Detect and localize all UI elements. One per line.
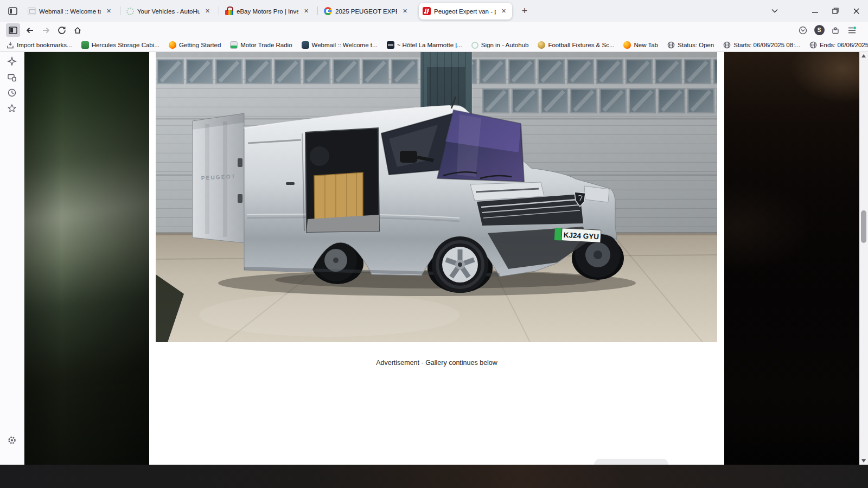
scroll-down-arrow[interactable] <box>861 459 866 463</box>
bookmark-football-fixtures[interactable]: Football Fixtures & Sc... <box>538 41 614 49</box>
firefox-icon <box>169 41 176 49</box>
sidebar-settings-button[interactable] <box>4 432 20 448</box>
license-plate: KJ24 GYU <box>554 228 601 242</box>
gear-icon <box>7 435 17 445</box>
reload-icon <box>58 26 66 35</box>
back-arrow-icon <box>25 26 34 35</box>
sidebar-bookmarks-button[interactable] <box>4 100 20 117</box>
restore-icon <box>832 8 839 14</box>
plywood-lining <box>314 172 363 220</box>
open-rear-door: PEUGEOT <box>193 113 244 243</box>
tab-google-search[interactable]: 2025 PEUGEOT EXPERT DIESEL - × <box>320 3 413 20</box>
tab-close-icon[interactable]: × <box>499 7 508 16</box>
webmail-gem-icon <box>302 41 309 49</box>
tab-separator <box>120 7 120 15</box>
tab-ebay[interactable]: eBay Motors Pro | Inventory × <box>221 3 315 20</box>
spinner-favicon <box>126 8 134 15</box>
circle-icon <box>471 42 478 49</box>
bookmark-import[interactable]: Import bookmarks... <box>7 41 72 49</box>
partial-gallery-button[interactable] <box>594 459 668 465</box>
import-icon <box>7 41 14 49</box>
article-column: PEUGEOT <box>149 52 724 465</box>
tab-close-icon[interactable]: × <box>104 7 113 16</box>
globe-icon <box>809 41 817 49</box>
pocket-icon <box>799 26 807 35</box>
sparkle-icon <box>7 56 17 66</box>
new-tab-button[interactable]: + <box>518 4 532 18</box>
synced-tabs-icon <box>7 73 17 82</box>
bookmark-new-tab[interactable]: New Tab <box>623 41 658 49</box>
firefox-view-button[interactable] <box>5 4 20 18</box>
tab-close-icon[interactable]: × <box>400 7 410 16</box>
tab-autoexpress-active[interactable]: Peugeot Expert van - pictures | × <box>419 3 512 20</box>
bookmark-hotel-la-marmotte[interactable]: ~ Hôtel La Marmotte |... <box>387 41 462 49</box>
bookmark-autohub-signin[interactable]: Sign in - Autohub <box>471 42 529 49</box>
restore-button[interactable] <box>826 3 845 19</box>
back-button[interactable] <box>23 23 37 37</box>
gallery-background-right <box>724 52 859 465</box>
account-button[interactable]: S <box>812 23 826 37</box>
globe-icon <box>667 41 675 49</box>
reload-button[interactable] <box>55 23 69 37</box>
history-clock-icon <box>7 88 17 98</box>
van-photo: PEUGEOT <box>156 52 717 342</box>
home-icon <box>73 26 82 35</box>
bookmark-status-open[interactable]: Status: Open <box>667 41 714 49</box>
front-wheel <box>432 236 488 293</box>
firefox-icon <box>623 41 631 49</box>
bookmark-ends[interactable]: Ends: 06/06/2025 15:00 <box>809 41 868 49</box>
menu-notification-dot <box>853 26 857 30</box>
account-avatar: S <box>814 25 825 35</box>
scrollbar-thumb[interactable] <box>861 210 866 243</box>
list-all-tabs-button[interactable] <box>765 3 784 19</box>
bookmark-motor-trade-radio[interactable]: Motor Trade Radio <box>230 41 292 49</box>
tab-close-icon[interactable]: × <box>203 7 212 16</box>
firefox-view-icon <box>8 7 17 15</box>
open-cargo-doorway <box>305 128 379 232</box>
tab-separator <box>317 7 318 15</box>
forward-arrow-icon <box>42 26 50 35</box>
tab-webmail[interactable]: Webmail :: Welcome to Webma × <box>24 3 117 20</box>
home-button[interactable] <box>71 23 85 37</box>
gallery-background-left <box>24 52 149 465</box>
sidebar-synced-tabs-button[interactable] <box>4 69 20 86</box>
tab-close-icon[interactable]: × <box>302 7 311 16</box>
sidebar-toggle-button[interactable] <box>6 23 20 37</box>
autoexpress-favicon <box>423 7 431 15</box>
google-favicon <box>324 7 332 15</box>
hotel-icon <box>387 41 394 49</box>
desktop-screen: Webmail :: Welcome to Webma × Your Vehic… <box>0 0 868 488</box>
minimize-icon <box>812 8 818 14</box>
bookmark-getting-started[interactable]: Getting Started <box>169 41 221 49</box>
close-icon <box>853 8 859 14</box>
webmail-favicon <box>28 7 36 15</box>
bookmark-starts[interactable]: Starts: 06/06/2025 08:... <box>723 41 800 49</box>
bookmark-webmail[interactable]: Webmail :: Welcome t... <box>302 41 378 49</box>
puzzle-icon <box>831 26 840 35</box>
app-menu-button[interactable] <box>845 23 859 37</box>
tab-separator <box>219 7 219 15</box>
chevron-down-icon <box>771 9 778 13</box>
close-window-button[interactable] <box>846 3 866 19</box>
ebay-favicon <box>225 10 233 15</box>
sidebar-icon <box>9 27 17 34</box>
peugeot-expert-van-image: PEUGEOT <box>156 52 717 342</box>
minimize-button[interactable] <box>805 3 825 19</box>
navigation-toolbar: www.autoexpress.co.uk/peugeot/expert/959… <box>0 22 868 38</box>
star-icon <box>7 104 17 113</box>
page-scrollbar[interactable] <box>859 52 868 465</box>
bookmarks-bar: Import bookmarks... Hercules Storage Cab… <box>0 38 868 52</box>
vignette <box>24 52 149 465</box>
forward-button[interactable] <box>39 23 53 37</box>
browser-sidebar <box>0 52 24 465</box>
bookmark-hercules[interactable]: Hercules Storage Cabi... <box>81 41 159 49</box>
scroll-up-arrow[interactable] <box>861 54 866 57</box>
pocket-button[interactable] <box>796 23 810 37</box>
football-icon <box>538 41 545 49</box>
sidebar-ai-chatbot-button[interactable] <box>4 53 20 69</box>
tab-autohub[interactable]: Your Vehicles - AutoHub × <box>123 3 216 20</box>
windows-taskbar: 1 16°C Mostly cloudy <box>0 465 868 488</box>
tab-bar: Webmail :: Welcome to Webma × Your Vehic… <box>0 0 868 22</box>
sidebar-history-button[interactable] <box>4 85 20 101</box>
extensions-button[interactable] <box>828 23 843 37</box>
